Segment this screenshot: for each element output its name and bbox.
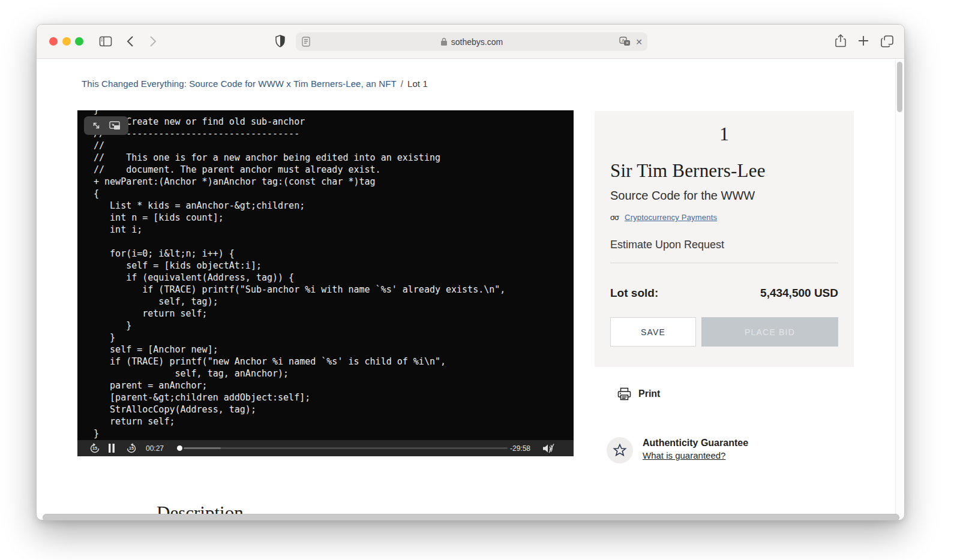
lot-sold-label: Lot sold:: [610, 287, 658, 300]
breadcrumb-current: Lot 1: [407, 79, 428, 89]
close-window-button[interactable]: [49, 37, 58, 46]
breadcrumb: This Changed Everything: Source Code for…: [82, 79, 428, 89]
what-is-guaranteed-link[interactable]: What is guaranteed?: [643, 450, 725, 460]
sidebar-toggle-icon[interactable]: [99, 35, 112, 47]
vertical-scrollbar-thumb[interactable]: [897, 62, 902, 112]
estimate-text: Estimate Upon Request: [610, 239, 724, 251]
tab-overview-icon[interactable]: [880, 34, 895, 49]
lot-sold-value: 5,434,500 USD: [760, 287, 838, 300]
address-bar[interactable]: sothebys.com A ✕ ✕: [296, 32, 647, 51]
save-button[interactable]: SAVE: [610, 317, 696, 347]
work-title: Source Code for the WWW: [610, 189, 755, 203]
lot-video-player[interactable]: } // Create new or find old sub-anchor /…: [77, 110, 574, 456]
minimize-window-button[interactable]: [62, 37, 71, 46]
card-divider: [610, 263, 838, 263]
video-control-bar: 15 15 00:27 -29:58: [77, 440, 574, 456]
skip-back-15-icon[interactable]: 15: [89, 443, 100, 454]
privacy-shield-icon[interactable]: [275, 34, 286, 49]
cryptocurrency-icon: σσ: [610, 213, 619, 222]
stop-loading-icon[interactable]: ✕: [635, 37, 643, 47]
breadcrumb-separator: /: [401, 79, 403, 89]
url-text: sothebys.com: [451, 37, 503, 47]
cryptocurrency-row: σσ Cryptocurrency Payments: [610, 213, 717, 222]
video-overlay-controls: [84, 116, 128, 135]
vertical-scrollbar-track: [895, 59, 904, 520]
place-bid-button[interactable]: PLACE BID: [701, 317, 838, 347]
browser-window: sothebys.com A ✕ ✕: [36, 24, 905, 520]
lot-info-card: 1 Sir Tim Berners-Lee Source Code for th…: [595, 111, 854, 367]
picture-in-picture-icon[interactable]: [109, 121, 121, 130]
browser-titlebar: sothebys.com A ✕ ✕: [37, 25, 904, 59]
print-action[interactable]: Print: [617, 387, 660, 401]
video-progress-track[interactable]: [184, 447, 508, 449]
cryptocurrency-payments-link[interactable]: Cryptocurrency Payments: [625, 213, 717, 222]
breadcrumb-sale-link[interactable]: This Changed Everything: Source Code for…: [82, 79, 397, 89]
lock-icon: [440, 37, 448, 46]
share-icon[interactable]: [835, 34, 847, 49]
translate-icon[interactable]: A ✕: [619, 37, 631, 47]
remaining-time: -29:58: [510, 444, 530, 453]
new-tab-icon[interactable]: [857, 34, 869, 47]
print-label: Print: [638, 389, 660, 399]
video-code: } // Create new or find old sub-anchor /…: [94, 110, 505, 439]
artist-name: Sir Tim Berners-Lee: [610, 160, 766, 182]
fullscreen-icon[interactable]: [92, 121, 101, 130]
lot-number: 1: [595, 123, 854, 145]
svg-text:✕: ✕: [626, 41, 629, 45]
video-progress-knob[interactable]: [177, 445, 182, 451]
pause-icon[interactable]: [108, 444, 115, 453]
printer-icon: [617, 387, 631, 401]
horizontal-scrollbar-thumb[interactable]: [43, 514, 899, 520]
muted-volume-icon[interactable]: [542, 443, 555, 454]
forward-button[interactable]: [149, 35, 157, 47]
zoom-window-button[interactable]: [75, 37, 83, 46]
elapsed-time: 00:27: [146, 444, 164, 453]
skip-forward-15-icon[interactable]: 15: [126, 443, 137, 454]
back-button[interactable]: [127, 35, 134, 47]
star-icon: [607, 437, 633, 463]
authenticity-title: Authenticity Guarantee: [643, 438, 748, 448]
